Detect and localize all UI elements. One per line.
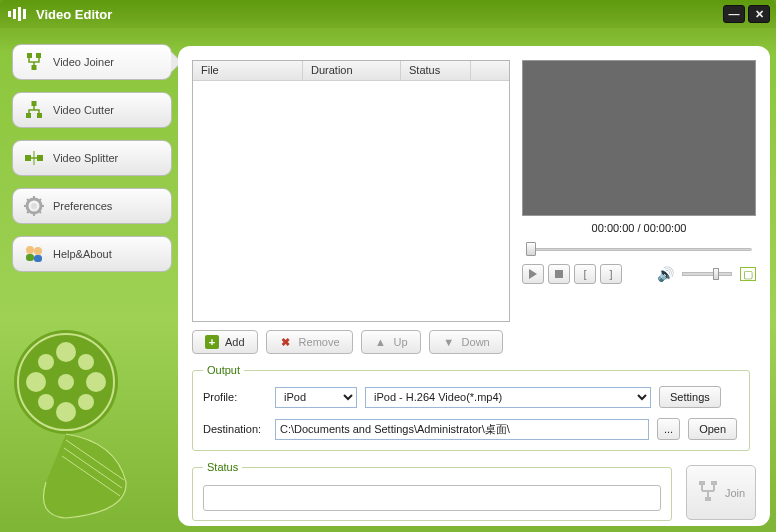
sidebar-item-preferences[interactable]: Preferences	[12, 188, 172, 224]
stop-button[interactable]	[548, 264, 570, 284]
svg-point-31	[38, 354, 54, 370]
status-group: Status	[192, 461, 672, 521]
down-button[interactable]: ▼ Down	[429, 330, 503, 354]
svg-point-22	[34, 247, 42, 255]
progress-bar	[203, 485, 661, 511]
destination-input[interactable]	[275, 419, 649, 440]
app-logo-icon	[8, 6, 28, 22]
down-label: Down	[462, 336, 490, 348]
add-label: Add	[225, 336, 245, 348]
timecode: 00:00:00 / 00:00:00	[522, 216, 756, 240]
svg-line-37	[62, 456, 120, 496]
sidebar: Video Joiner Video Cutter Video Splitter…	[12, 44, 172, 284]
svg-rect-3	[32, 101, 37, 106]
column-status[interactable]: Status	[401, 61, 471, 80]
seek-slider[interactable]	[526, 242, 752, 256]
join-button[interactable]: Join	[686, 465, 756, 520]
svg-marker-38	[529, 269, 537, 279]
splitter-icon	[23, 147, 45, 169]
svg-point-30	[86, 372, 106, 392]
svg-rect-41	[711, 481, 717, 485]
close-button[interactable]: ✕	[748, 5, 770, 23]
sidebar-item-video-joiner[interactable]: Video Joiner	[12, 44, 172, 80]
svg-line-18	[39, 199, 41, 201]
minimize-button[interactable]: —	[723, 5, 745, 23]
arrow-up-icon: ▲	[374, 335, 388, 349]
x-icon: ✖	[279, 335, 293, 349]
column-file[interactable]: File	[193, 61, 303, 80]
svg-point-29	[26, 372, 46, 392]
svg-point-24	[14, 330, 118, 434]
svg-point-11	[31, 203, 37, 209]
settings-button[interactable]: Settings	[659, 386, 721, 408]
join-icon	[697, 479, 719, 507]
svg-rect-6	[25, 155, 31, 161]
remove-label: Remove	[299, 336, 340, 348]
up-button[interactable]: ▲ Up	[361, 330, 421, 354]
plus-icon: +	[205, 335, 219, 349]
svg-line-16	[27, 199, 29, 201]
status-legend: Status	[203, 461, 242, 473]
column-duration[interactable]: Duration	[303, 61, 401, 80]
profile-format-select[interactable]: iPod - H.264 Video(*.mp4)	[365, 387, 651, 408]
svg-rect-40	[699, 481, 705, 485]
file-list-header: File Duration Status	[193, 61, 509, 81]
add-button[interactable]: + Add	[192, 330, 258, 354]
destination-label: Destination:	[203, 423, 267, 435]
open-button[interactable]: Open	[688, 418, 737, 440]
svg-point-32	[78, 354, 94, 370]
fullscreen-button[interactable]: ▢	[740, 267, 756, 281]
profile-device-select[interactable]: iPod	[275, 387, 357, 408]
output-group: Output Profile: iPod iPod - H.264 Video(…	[192, 364, 750, 451]
svg-point-26	[58, 374, 74, 390]
volume-slider[interactable]	[682, 272, 732, 276]
cutter-icon	[23, 99, 45, 121]
svg-line-35	[66, 440, 124, 480]
sidebar-item-label: Help&About	[53, 248, 112, 260]
play-button[interactable]	[522, 264, 544, 284]
svg-line-36	[64, 448, 122, 488]
title-bar: Video Editor — ✕	[0, 0, 776, 28]
svg-rect-1	[36, 53, 41, 58]
output-legend: Output	[203, 364, 244, 376]
sidebar-item-label: Video Joiner	[53, 56, 114, 68]
sidebar-item-label: Preferences	[53, 200, 112, 212]
svg-point-28	[56, 402, 76, 422]
profile-label: Profile:	[203, 391, 267, 403]
arrow-down-icon: ▼	[442, 335, 456, 349]
svg-rect-39	[555, 270, 563, 278]
preview-pane: 00:00:00 / 00:00:00 [ ] 🔊 ▢	[522, 60, 756, 322]
app-title: Video Editor	[36, 7, 720, 22]
sidebar-item-video-splitter[interactable]: Video Splitter	[12, 140, 172, 176]
svg-point-25	[18, 334, 114, 430]
svg-rect-4	[26, 113, 31, 118]
list-toolbar: + Add ✖ Remove ▲ Up ▼ Down	[192, 330, 756, 354]
svg-rect-0	[27, 53, 32, 58]
svg-point-20	[26, 246, 34, 254]
joiner-icon	[23, 51, 45, 73]
gear-icon	[23, 195, 45, 217]
sidebar-item-help-about[interactable]: Help&About	[12, 236, 172, 272]
up-label: Up	[394, 336, 408, 348]
svg-rect-46	[705, 497, 711, 501]
sidebar-item-video-cutter[interactable]: Video Cutter	[12, 92, 172, 128]
file-list-body[interactable]	[193, 81, 509, 321]
sidebar-item-label: Video Cutter	[53, 104, 114, 116]
browse-button[interactable]: ...	[657, 418, 680, 440]
mark-out-button[interactable]: ]	[600, 264, 622, 284]
mark-in-button[interactable]: [	[574, 264, 596, 284]
svg-line-17	[39, 211, 41, 213]
svg-rect-23	[34, 255, 42, 262]
sidebar-item-label: Video Splitter	[53, 152, 118, 164]
file-list[interactable]: File Duration Status	[192, 60, 510, 322]
join-label: Join	[725, 487, 745, 499]
volume-icon[interactable]: 🔊	[657, 266, 674, 282]
preview-screen	[522, 60, 756, 216]
remove-button[interactable]: ✖ Remove	[266, 330, 353, 354]
help-icon	[23, 243, 45, 265]
svg-point-34	[78, 394, 94, 410]
svg-rect-5	[37, 113, 42, 118]
svg-point-33	[38, 394, 54, 410]
svg-rect-7	[37, 155, 43, 161]
main-panel: File Duration Status 00:00:00 / 00:00:00…	[178, 46, 770, 526]
